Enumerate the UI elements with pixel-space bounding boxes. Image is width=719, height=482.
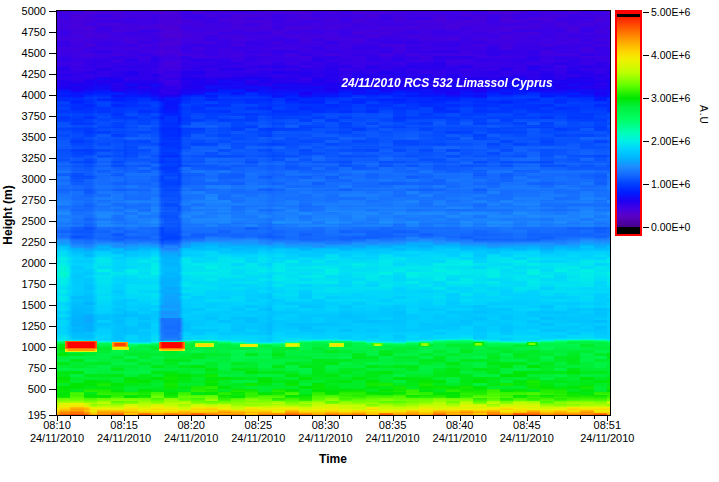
y-tick-label: 2750 xyxy=(0,195,46,206)
x-minor-tick-mark xyxy=(366,416,367,419)
y-tick-mark xyxy=(49,263,56,264)
x-tick-time-label: 08:15 xyxy=(110,419,138,431)
y-tick-label: 500 xyxy=(0,384,46,395)
x-tick-date-label: 24/11/2010 xyxy=(97,432,151,444)
x-tick-date-label: 24/11/2010 xyxy=(580,432,634,444)
y-tick-label: 195 xyxy=(0,410,46,421)
y-tick-label: 3000 xyxy=(0,174,46,185)
y-tick-mark xyxy=(49,326,56,327)
colorbar-tick-label: 1.00E+6 xyxy=(651,179,690,190)
y-tick-mark xyxy=(49,242,56,243)
colorbar-tick-mark xyxy=(643,12,649,13)
x-tick-date-label: 24/11/2010 xyxy=(500,432,554,444)
y-tick-mark xyxy=(49,53,56,54)
rcs-quicklook-figure: Height (m) 50004750450042504000375035003… xyxy=(0,0,719,482)
x-minor-tick-mark xyxy=(231,416,232,419)
y-tick-label: 1000 xyxy=(0,342,46,353)
y-tick-label: 2250 xyxy=(0,237,46,248)
y-tick-label: 1500 xyxy=(0,300,46,311)
colorbar-tick-label: 4.00E+6 xyxy=(651,50,690,61)
y-tick-mark xyxy=(49,137,56,138)
x-tick-time-label: 08:10 xyxy=(43,419,71,431)
y-tick-label: 5000 xyxy=(0,6,46,17)
y-tick-mark xyxy=(49,347,56,348)
x-minor-tick-mark xyxy=(487,416,488,419)
colorbar-canvas xyxy=(617,12,640,234)
y-tick-mark xyxy=(49,74,56,75)
colorbar-tick-mark xyxy=(643,227,649,228)
x-tick-date-label: 24/11/2010 xyxy=(365,432,419,444)
x-minor-tick-mark xyxy=(151,416,152,419)
x-minor-tick-mark xyxy=(419,416,420,419)
x-minor-tick-mark xyxy=(433,416,434,419)
y-tick-label: 4250 xyxy=(0,69,46,80)
colorbar-tick-mark xyxy=(643,98,649,99)
colorbar-title: A.U xyxy=(698,105,709,125)
x-tick-date-label: 24/11/2010 xyxy=(433,432,487,444)
x-tick-time-label: 08:30 xyxy=(312,419,340,431)
y-tick-mark xyxy=(49,221,56,222)
colorbar-tick-label: 3.00E+6 xyxy=(651,93,690,104)
x-minor-tick-mark xyxy=(218,416,219,419)
x-minor-tick-mark xyxy=(554,416,555,419)
x-tick-date-label: 24/11/2010 xyxy=(30,432,84,444)
colorbar-tick-label: 0.00E+0 xyxy=(651,222,690,233)
x-minor-tick-mark xyxy=(97,416,98,419)
x-minor-tick-mark xyxy=(352,416,353,419)
y-tick-mark xyxy=(49,95,56,96)
y-tick-label: 2000 xyxy=(0,258,46,269)
y-tick-mark xyxy=(49,32,56,33)
x-tick-date-label: 24/11/2010 xyxy=(298,432,352,444)
y-tick-label: 1250 xyxy=(0,321,46,332)
y-tick-label: 4750 xyxy=(0,27,46,38)
x-minor-tick-mark xyxy=(580,416,581,419)
y-tick-label: 3250 xyxy=(0,153,46,164)
y-tick-label: 4500 xyxy=(0,48,46,59)
x-minor-tick-mark xyxy=(285,416,286,419)
x-minor-tick-mark xyxy=(567,416,568,419)
y-tick-mark xyxy=(49,179,56,180)
x-axis-title: Time xyxy=(319,452,347,466)
y-tick-mark xyxy=(49,305,56,306)
y-tick-label: 3750 xyxy=(0,111,46,122)
plot-area: 24/11/2010 RCS 532 Limassol Cyprus xyxy=(56,10,611,416)
y-tick-mark xyxy=(49,415,56,416)
x-minor-tick-mark xyxy=(500,416,501,419)
y-tick-mark xyxy=(49,200,56,201)
x-tick-time-label: 08:25 xyxy=(245,419,273,431)
x-tick-time-label: 08:20 xyxy=(177,419,205,431)
x-tick-time-label: 08:45 xyxy=(513,419,541,431)
x-tick-time-label: 08:51 xyxy=(594,419,622,431)
y-tick-mark xyxy=(49,158,56,159)
y-tick-mark xyxy=(49,284,56,285)
colorbar-tick-mark xyxy=(643,141,649,142)
y-tick-label: 4000 xyxy=(0,90,46,101)
rcs-heatmap-canvas xyxy=(57,11,610,415)
y-tick-mark xyxy=(49,389,56,390)
y-tick-label: 3500 xyxy=(0,132,46,143)
y-tick-label: 2500 xyxy=(0,216,46,227)
x-tick-date-label: 24/11/2010 xyxy=(231,432,285,444)
y-tick-mark xyxy=(49,11,56,12)
colorbar-tick-mark xyxy=(643,184,649,185)
colorbar-tick-label: 5.00E+6 xyxy=(651,7,690,18)
y-tick-label: 750 xyxy=(0,363,46,374)
y-tick-mark xyxy=(49,368,56,369)
plot-title: 24/11/2010 RCS 532 Limassol Cyprus xyxy=(341,76,552,90)
x-tick-time-label: 08:40 xyxy=(446,419,474,431)
colorbar-tick-label: 2.00E+6 xyxy=(651,136,690,147)
x-minor-tick-mark xyxy=(299,416,300,419)
x-tick-date-label: 24/11/2010 xyxy=(164,432,218,444)
colorbar xyxy=(615,10,642,236)
colorbar-tick-mark xyxy=(643,55,649,56)
y-tick-label: 1750 xyxy=(0,279,46,290)
y-tick-mark xyxy=(49,116,56,117)
x-minor-tick-mark xyxy=(84,416,85,419)
x-minor-tick-mark xyxy=(164,416,165,419)
x-tick-time-label: 08:35 xyxy=(379,419,407,431)
